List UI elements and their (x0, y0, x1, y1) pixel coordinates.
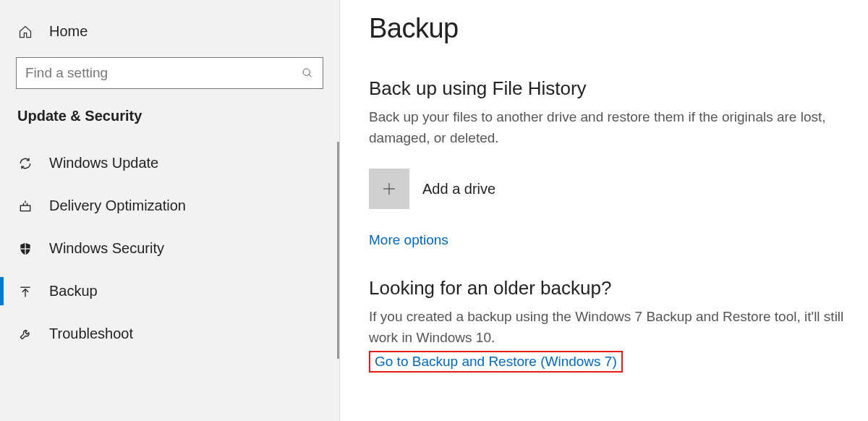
sidebar-item-backup[interactable]: Backup (0, 270, 339, 312)
file-history-section: Back up using File History Back up your … (369, 77, 868, 248)
search-container (16, 57, 323, 89)
wrench-icon (17, 326, 33, 342)
nav-list: Windows Update Delivery Optimization Win… (0, 142, 339, 355)
page-title: Backup (369, 13, 868, 44)
more-options-link[interactable]: More options (369, 232, 448, 248)
sidebar-item-windows-security[interactable]: Windows Security (0, 227, 339, 270)
nav-label: Windows Security (49, 240, 164, 257)
nav-label: Windows Update (49, 155, 158, 171)
svg-point-0 (303, 69, 310, 75)
sidebar-item-windows-update[interactable]: Windows Update (0, 142, 339, 184)
add-drive-label: Add a drive (422, 181, 495, 197)
svg-rect-2 (20, 205, 30, 211)
refresh-icon (17, 156, 33, 171)
nav-label: Troubleshoot (49, 326, 133, 342)
highlight-box: Go to Backup and Restore (Windows 7) (369, 351, 623, 373)
search-input[interactable] (25, 65, 301, 81)
delivery-icon (17, 198, 33, 214)
content: Backup Back up using File History Back u… (340, 0, 868, 421)
shield-icon (17, 241, 33, 257)
plus-icon (369, 169, 409, 209)
sidebar-item-delivery-optimization[interactable]: Delivery Optimization (0, 184, 339, 227)
file-history-title: Back up using File History (369, 77, 868, 100)
file-history-desc: Back up your files to another drive and … (369, 107, 861, 148)
sidebar-item-home[interactable]: Home (0, 14, 339, 53)
nav-label: Delivery Optimization (49, 197, 186, 214)
older-backup-section: Looking for an older backup? If you crea… (369, 277, 868, 373)
sidebar: Home Update & Security Windows (0, 0, 340, 421)
older-backup-title: Looking for an older backup? (369, 277, 868, 299)
add-drive-button[interactable]: Add a drive (369, 169, 495, 209)
search-box[interactable] (16, 57, 323, 89)
home-label: Home (49, 23, 88, 40)
older-backup-desc: If you created a backup using the Window… (369, 307, 861, 348)
home-icon (17, 24, 33, 40)
backup-icon (17, 284, 33, 299)
svg-rect-4 (20, 248, 30, 249)
sidebar-section-header: Update & Security (0, 102, 339, 142)
svg-line-1 (309, 75, 311, 77)
sidebar-item-troubleshoot[interactable]: Troubleshoot (0, 312, 339, 355)
search-icon (301, 67, 314, 80)
backup-restore-link[interactable]: Go to Backup and Restore (Windows 7) (375, 354, 617, 370)
nav-label: Backup (49, 283, 98, 299)
